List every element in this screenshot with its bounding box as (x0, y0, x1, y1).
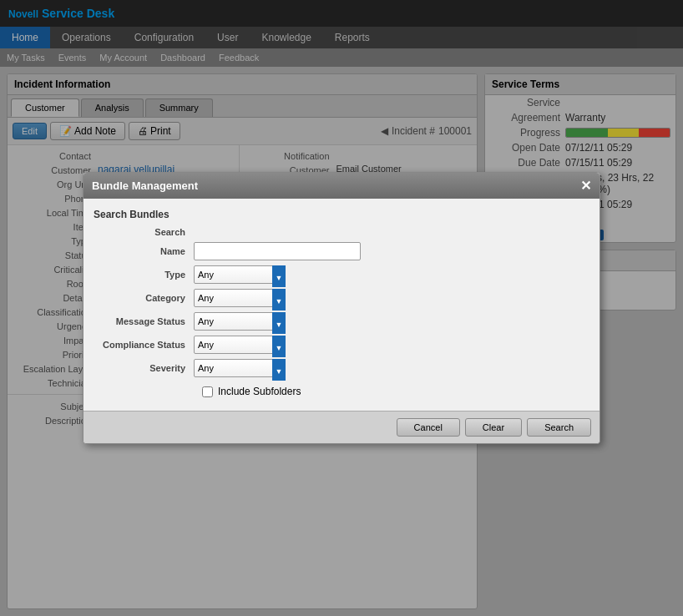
modal-type-select[interactable]: Any (194, 265, 286, 284)
modal-compstatus-row: Compliance Status Any (94, 336, 589, 354)
modal-severity-label: Severity (94, 363, 194, 373)
modal-title: Bundle Management (92, 179, 198, 192)
modal-category-row: Category Any (94, 289, 589, 307)
include-subfolders-checkbox[interactable] (202, 386, 213, 397)
modal-overlay: Bundle Management ✕ Search Bundles Searc… (0, 0, 683, 616)
modal-msgstatus-label: Message Status (94, 316, 194, 326)
modal-category-label: Category (94, 293, 194, 303)
modal-subfolders-row: Include Subfolders (94, 382, 589, 401)
modal-type-row: Type Any (94, 265, 589, 284)
cancel-button[interactable]: Cancel (397, 418, 460, 437)
compstatus-select-wrapper: Any (194, 336, 286, 354)
modal-msgstatus-select[interactable]: Any (194, 312, 286, 331)
modal-severity-select[interactable]: Any (194, 359, 286, 377)
modal-search-label: Search (94, 227, 194, 237)
modal-compstatus-select[interactable]: Any (194, 336, 286, 354)
modal-severity-row: Severity Any (94, 359, 589, 377)
modal-body: Search Bundles Search Name Type Any Cate… (83, 199, 600, 411)
type-select-wrapper: Any (194, 265, 286, 284)
modal-compstatus-label: Compliance Status (94, 340, 194, 350)
category-select-wrapper: Any (194, 289, 286, 307)
modal-name-label: Name (94, 246, 194, 256)
modal-close-button[interactable]: ✕ (580, 178, 591, 194)
include-subfolders-label: Include Subfolders (218, 386, 301, 397)
search-button[interactable]: Search (527, 418, 591, 437)
clear-button[interactable]: Clear (465, 418, 522, 437)
search-bundles-title: Search Bundles (94, 209, 589, 220)
modal-category-select[interactable]: Any (194, 289, 286, 307)
modal-type-label: Type (94, 270, 194, 280)
severity-select-wrapper: Any (194, 359, 286, 377)
modal-name-input[interactable] (194, 242, 361, 260)
bundle-management-modal: Bundle Management ✕ Search Bundles Searc… (83, 172, 600, 444)
modal-header: Bundle Management ✕ (83, 173, 600, 199)
modal-name-row: Name (94, 242, 589, 260)
msgstatus-select-wrapper: Any (194, 312, 286, 331)
modal-msgstatus-row: Message Status Any (94, 312, 589, 331)
modal-footer: Cancel Clear Search (83, 411, 600, 443)
modal-search-row: Search (94, 227, 589, 237)
